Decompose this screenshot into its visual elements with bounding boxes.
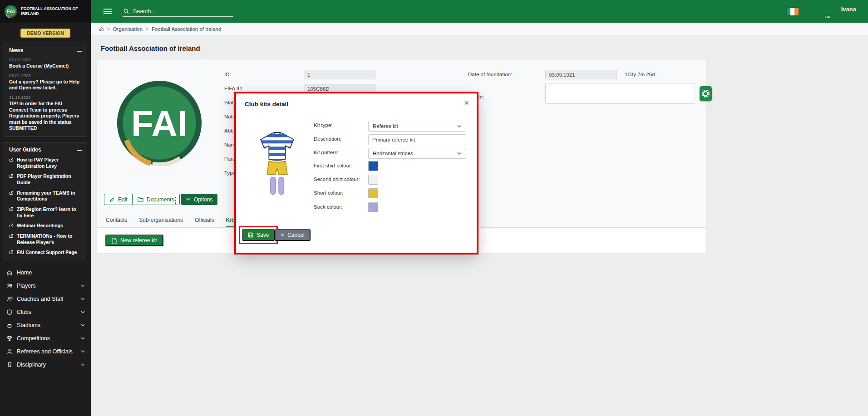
sidebar-item-coaches-and-staff[interactable]: Coaches and Staff	[0, 293, 91, 306]
kit-pattern-label: Kit pattern:	[314, 150, 339, 155]
guide-link[interactable]: PDF Player Registration Guide	[9, 173, 82, 186]
nav-label: Home	[17, 269, 32, 276]
nav-label: Stadiums	[17, 322, 40, 328]
guide-link[interactable]: How to PAY Player Registration Levy	[9, 157, 82, 169]
save-button[interactable]: Save	[242, 229, 275, 241]
guide-label: Renaming your TEAMS in Competitions	[17, 190, 82, 202]
note-textarea[interactable]	[545, 83, 695, 104]
new-referee-kit-label: New referee kit	[120, 237, 157, 244]
page-title: Football Association of Ireland	[101, 44, 200, 52]
home-icon[interactable]	[99, 26, 104, 32]
hamburger-menu-icon[interactable]	[104, 9, 112, 14]
breadcrumb-separator: >	[146, 26, 148, 31]
tab-sub-organisations[interactable]: Sub-organisations	[139, 215, 183, 227]
news-item[interactable]: 07.03.2023 Book a Course (MyComet)	[9, 57, 82, 69]
new-referee-kit-button[interactable]: New referee kit	[105, 235, 163, 246]
news-link[interactable]: Got a query? Please go to Help and Open …	[9, 79, 82, 91]
kit-type-value: Referee kit	[373, 123, 398, 129]
search-input[interactable]	[133, 8, 232, 15]
kit-type-select[interactable]: Referee kit	[368, 121, 466, 132]
news-item[interactable]: 21.12.2022 TIP! In order for the FAI Con…	[9, 95, 82, 132]
save-label: Save	[256, 232, 269, 238]
external-link-icon	[9, 174, 14, 178]
sidebar: FAI FOOTBALL ASSOCIATION OF IRELAND DEMO…	[0, 0, 91, 416]
chevron-down-icon	[81, 324, 85, 327]
short-colour-swatch[interactable]	[368, 188, 378, 198]
guide-link[interactable]: Webinar Recordings	[9, 223, 82, 229]
flag-white-band	[790, 8, 794, 15]
first-shirt-colour-swatch[interactable]	[368, 161, 378, 171]
topbar: FAI Ivana	[91, 0, 868, 23]
fifa-id-label: FIFA ID:	[224, 86, 243, 91]
card-icon	[6, 362, 13, 368]
trophy-icon	[6, 335, 13, 342]
close-icon[interactable]: ×	[464, 99, 469, 107]
nav-label: Disciplinary	[17, 362, 46, 368]
folder-icon	[138, 197, 143, 202]
settings-gear-button[interactable]	[700, 86, 712, 101]
guide-label: Webinar Recordings	[17, 223, 63, 229]
cancel-label: Cancel	[287, 232, 304, 238]
chevron-down-icon	[186, 198, 191, 201]
external-link-icon	[9, 207, 14, 211]
guide-link[interactable]: TERMINATIONs - How to Release Player's	[9, 233, 82, 245]
documents-button[interactable]: Documents	[132, 194, 180, 205]
cancel-button[interactable]: × Cancel	[275, 229, 311, 241]
guide-label: PDF Player Registration Guide	[17, 173, 82, 186]
kit-pattern-select[interactable]: Horizontal stripes	[368, 148, 466, 159]
chevron-down-icon	[81, 337, 85, 340]
nav-label: Players	[17, 283, 36, 289]
user-name[interactable]: Ivana	[841, 6, 856, 13]
svg-text:FAI: FAI	[7, 9, 15, 14]
foundation-age: 103y 7m 26d	[625, 72, 655, 77]
sidebar-item-clubs[interactable]: Clubs	[0, 306, 91, 319]
chevron-down-icon	[81, 284, 85, 287]
coaches-icon	[6, 296, 13, 302]
sidebar-item-competitions[interactable]: Competitions	[0, 332, 91, 345]
options-button[interactable]: Options	[181, 194, 217, 205]
fai-crest-logo: FAI	[116, 80, 202, 166]
more-actions-icon[interactable]	[174, 196, 177, 205]
sidebar-item-players[interactable]: Players	[0, 279, 91, 293]
club-kits-detail-modal: Club kits detail × Kit type: Referee kit	[236, 93, 477, 253]
news-link[interactable]: TIP! In order for the FAI Connect Team t…	[9, 101, 82, 132]
avatar-caption: FAI	[825, 15, 830, 19]
news-date: 21.12.2022	[9, 95, 82, 100]
sidebar-item-home[interactable]: Home	[0, 266, 91, 279]
tab-contacts[interactable]: Contacts	[106, 215, 127, 227]
second-shirt-colour-swatch[interactable]	[368, 175, 378, 185]
nav-label: Coaches and Staff	[17, 296, 64, 302]
chevron-down-icon	[81, 350, 85, 353]
user-guides-title: User Guides	[9, 147, 41, 153]
edit-button[interactable]: Edit	[104, 194, 133, 205]
external-link-icon	[9, 250, 14, 254]
foundation-field	[545, 70, 617, 79]
tab-officials[interactable]: Officials	[195, 215, 214, 227]
first-shirt-colour-label: First shirt colour:	[314, 163, 352, 168]
collapse-icon[interactable]	[77, 150, 82, 151]
breadcrumb: > Organisation > Football Association of…	[91, 23, 868, 35]
sidebar-item-stadiums[interactable]: Stadiums	[0, 319, 91, 332]
guide-label: TERMINATIONs - How to Release Player's	[17, 233, 82, 245]
news-link[interactable]: Book a Course (MyComet)	[9, 63, 82, 69]
sock-colour-swatch[interactable]	[368, 202, 378, 212]
sidebar-item-referees-and-officials[interactable]: Referees and Officials	[0, 345, 91, 358]
guide-link[interactable]: Renaming your TEAMS in Competitions	[9, 190, 82, 202]
flag-orange-band	[794, 8, 799, 15]
ireland-flag-icon[interactable]	[787, 8, 799, 15]
breadcrumb-organisation[interactable]: Organisation	[113, 26, 143, 32]
chevron-down-icon	[81, 363, 85, 366]
app-root: FAI FOOTBALL ASSOCIATION OF IRELAND DEMO…	[0, 0, 868, 416]
collapse-icon[interactable]	[77, 51, 82, 52]
sidebar-item-disciplinary[interactable]: Disciplinary	[0, 358, 91, 372]
guide-link[interactable]: FAI Connect Support Page	[9, 250, 82, 256]
description-label: Description:	[314, 136, 341, 142]
breadcrumb-current: Football Association of Ireland	[152, 26, 221, 32]
news-item[interactable]: 05.01.2023 Got a query? Please go to Hel…	[9, 73, 82, 91]
guide-link[interactable]: ZIP/Region Error? learn to fix here	[9, 206, 82, 219]
id-label: ID:	[224, 72, 231, 77]
global-search[interactable]	[123, 6, 233, 17]
search-icon	[123, 8, 129, 14]
description-input[interactable]	[368, 134, 466, 145]
external-link-icon	[9, 191, 14, 195]
